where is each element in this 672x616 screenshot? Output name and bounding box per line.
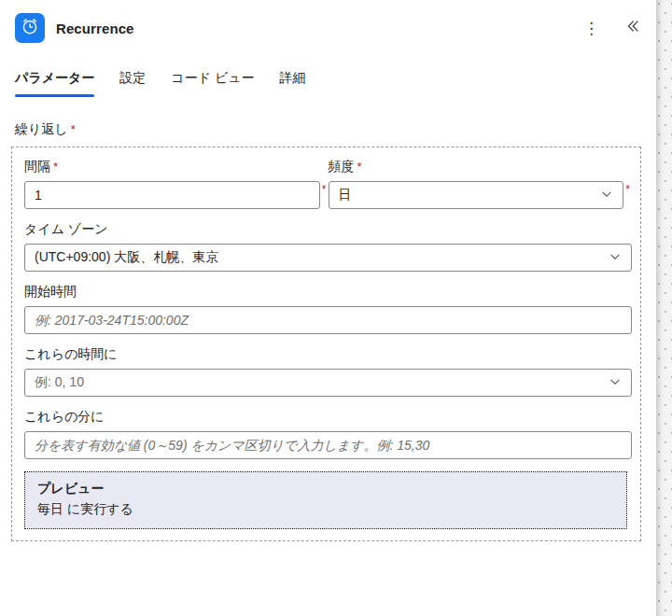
at-hours-placeholder: 例: 0, 10 (35, 374, 84, 391)
interval-field-group: 間隔* (24, 159, 320, 209)
chevron-down-icon (609, 375, 622, 391)
tab-settings[interactable]: 設定 (119, 70, 146, 97)
frequency-label: 頻度* (329, 159, 624, 175)
recurrence-trigger-panel: Recurrence ⋮ パラメーター 設定 コード ビュー 詳細 繰り返し* (0, 0, 656, 616)
section-label-text: 繰り返し (15, 121, 68, 136)
frequency-field-group: 頻度* 日 (329, 159, 624, 209)
tab-code-view[interactable]: コード ビュー (171, 70, 254, 97)
tab-bar: パラメーター 設定 コード ビュー 詳細 (0, 70, 656, 97)
alarm-clock-icon (20, 16, 40, 40)
panel-title: Recurrence (56, 21, 134, 36)
at-hours-label: これらの時間に (24, 346, 632, 363)
interval-input[interactable] (24, 181, 320, 209)
frequency-label-text: 頻度 (329, 159, 355, 174)
header-actions: ⋮ (579, 16, 643, 40)
double-chevron-left-icon (624, 18, 641, 38)
collapse-panel-button[interactable] (623, 16, 643, 40)
at-hours-field-group: これらの時間に 例: 0, 10 (24, 346, 632, 397)
required-asterisk: * (53, 160, 58, 174)
interval-label-text: 間隔 (24, 159, 50, 174)
recurrence-parameters-card: 間隔* * 頻度* 日 * タイム ゾーン (11, 147, 641, 541)
at-minutes-field-group: これらの分に (24, 409, 632, 459)
required-asterisk: * (357, 160, 362, 174)
panel-header: Recurrence ⋮ (0, 0, 656, 43)
preview-text: 毎日 に実行する (37, 501, 614, 518)
chevron-down-icon (609, 250, 622, 266)
kebab-menu-icon[interactable]: ⋮ (579, 19, 604, 38)
timezone-selected-value: (UTC+09:00) 大阪、札幌、東京 (35, 249, 218, 266)
required-asterisk: * (320, 184, 329, 195)
at-minutes-label: これらの分に (24, 409, 632, 426)
interval-label: 間隔* (24, 159, 320, 175)
at-hours-dropdown[interactable]: 例: 0, 10 (24, 369, 632, 397)
recurrence-section-label: 繰り返し* (15, 121, 641, 138)
required-asterisk: * (71, 122, 76, 136)
frequency-selected-value: 日 (339, 187, 352, 203)
preview-title: プレビュー (37, 481, 614, 497)
timezone-field-group: タイム ゾーン (UTC+09:00) 大阪、札幌、東京 (24, 221, 632, 272)
start-time-field-group: 開始時間 (24, 284, 632, 334)
designer-canvas-edge (656, 0, 672, 616)
start-time-input[interactable] (24, 306, 632, 334)
interval-frequency-row: 間隔* * 頻度* 日 * (24, 159, 632, 209)
chevron-down-icon (600, 188, 613, 203)
tab-about[interactable]: 詳細 (280, 70, 306, 97)
tab-parameters[interactable]: パラメーター (15, 70, 94, 97)
timezone-dropdown[interactable]: (UTC+09:00) 大阪、札幌、東京 (24, 244, 632, 272)
required-asterisk: * (623, 184, 632, 195)
frequency-dropdown[interactable]: 日 (329, 181, 624, 209)
timezone-label: タイム ゾーン (24, 221, 632, 238)
at-minutes-input[interactable] (24, 431, 632, 459)
start-time-label: 開始時間 (24, 284, 632, 301)
recurrence-app-icon (15, 13, 45, 43)
preview-box: プレビュー 毎日 に実行する (24, 471, 627, 529)
